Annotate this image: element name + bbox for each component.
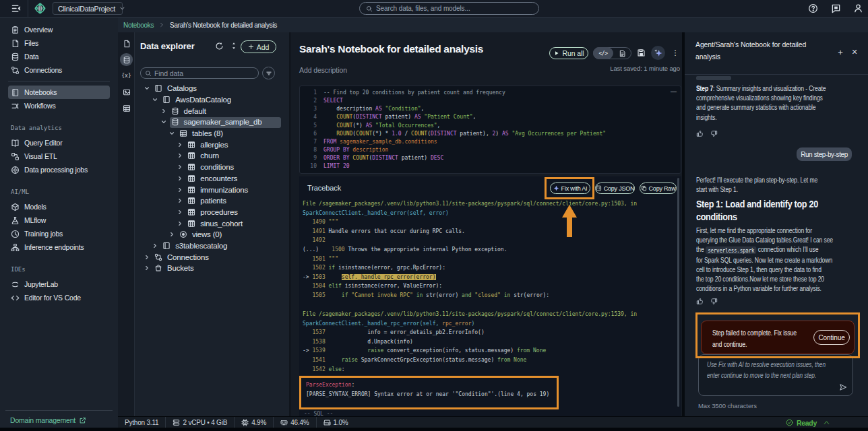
kernel-status[interactable]: Ready [786, 417, 830, 428]
sidebar-item-editor-for-vs-code[interactable]: Editor for VS Code [8, 291, 110, 304]
thumbs-up-icon[interactable] [696, 130, 704, 137]
tree-node-buckets[interactable]: Buckets [135, 263, 290, 274]
run-all-button[interactable]: Run all [549, 47, 588, 59]
tree-node-procedures[interactable]: procedures [135, 207, 290, 218]
strip-table-button[interactable] [120, 102, 133, 114]
chevron-down-icon[interactable] [169, 131, 175, 136]
sidebar-item-label: Models [24, 203, 46, 211]
tree-node-churn[interactable]: churn [135, 150, 290, 162]
tree-node-encounters[interactable]: encounters [135, 173, 290, 185]
sidebar-item-connections[interactable]: Connections [8, 63, 110, 77]
global-search-input[interactable]: Search data, files, and models... [359, 2, 539, 15]
chevron-right-icon[interactable] [177, 221, 183, 226]
project-selector[interactable]: ClinicalDataProject [53, 2, 123, 15]
sidebar-item-visual-etl[interactable]: Visual ETL [8, 150, 110, 163]
chevron-right-icon[interactable] [177, 142, 183, 147]
filter-button[interactable] [262, 67, 275, 79]
chevron-right-icon[interactable] [177, 198, 183, 203]
sidebar-item-mlflow[interactable]: MLflow [8, 213, 110, 227]
user-icon[interactable] [853, 3, 863, 13]
strip-file-page-button[interactable] [120, 37, 133, 50]
tree-node-sagemaker-sample-db[interactable]: sagemaker_sample_db [135, 117, 290, 128]
refresh-icon[interactable] [215, 42, 224, 51]
thumbs-down-icon[interactable] [710, 130, 718, 137]
tree-node-default[interactable]: default [135, 105, 290, 117]
copy-json-button[interactable]: Copy JSON [595, 183, 635, 194]
strip-braces-button[interactable]: {x} [120, 69, 133, 82]
thumbs-down-icon[interactable] [710, 298, 718, 305]
feedback-icon[interactable] [831, 3, 841, 13]
kebab-menu-icon[interactable]: ⋮ [671, 47, 679, 58]
sidebar-item-models[interactable]: Models [8, 200, 110, 213]
chevron-down-icon[interactable] [152, 97, 158, 102]
code-cell[interactable]: — 1-- Find top 20 conditions by patient … [299, 86, 681, 174]
status-segment[interactable]: 46.4% [274, 417, 315, 428]
chevron-right-icon[interactable] [177, 176, 183, 181]
panel-divider[interactable] [682, 32, 685, 416]
code-line: 3 description AS "Condition", [300, 106, 681, 114]
new-chat-icon[interactable]: + [836, 47, 845, 57]
strip-data-button[interactable] [120, 53, 133, 66]
copy-raw-button[interactable]: Copy Raw [640, 183, 677, 194]
sidebar-item-jupyterlab[interactable]: JupyterLab [8, 277, 110, 291]
tree-node-awsdatacatalog[interactable]: AwsDataCatalog [135, 94, 290, 106]
status-segment[interactable]: 4.9% [235, 417, 273, 428]
sidebar-item-data[interactable]: Data [8, 50, 110, 63]
code-view-toggle[interactable]: </> [593, 47, 613, 59]
sidebar-item-overview[interactable]: Overview [8, 23, 110, 36]
breadcrumb-notebooks-link[interactable]: Notebooks [123, 22, 154, 29]
main-scrollbar[interactable] [677, 178, 679, 407]
chevron-right-icon[interactable] [144, 255, 150, 260]
expand-collapse-icon[interactable] [230, 41, 238, 51]
tree-node-catalogs[interactable]: Catalogs [135, 83, 290, 94]
sidebar-item-files[interactable]: Files [8, 36, 110, 50]
chevron-right-icon[interactable] [177, 209, 183, 215]
save-icon[interactable] [637, 48, 646, 57]
tree-node-immunizations[interactable]: immunizations [135, 184, 290, 195]
chevron-right-icon[interactable] [177, 153, 183, 158]
sidebar-item-workflows[interactable]: Workflows [8, 99, 110, 112]
sidebar-item-data-processing-jobs[interactable]: Data processing jobs [8, 163, 110, 176]
doc-view-toggle[interactable] [613, 48, 631, 59]
chevron-right-icon[interactable] [169, 232, 175, 237]
tree-node-patients[interactable]: patients [135, 195, 290, 207]
chevron-right-icon[interactable] [177, 187, 183, 193]
chevron-right-icon[interactable] [161, 108, 166, 114]
tree-node-s3tablescatalog[interactable]: s3tablescatalog [135, 240, 290, 252]
inference-endpoints-icon [11, 243, 20, 252]
sidebar-item-notebooks[interactable]: Notebooks [8, 86, 110, 99]
table-icon [123, 104, 131, 112]
close-panel-icon[interactable]: ✕ [850, 47, 859, 57]
thumbs-up-icon[interactable] [696, 298, 704, 305]
status-segment[interactable]: Python 3.11 [118, 417, 165, 428]
status-segment[interactable]: 1.0% [317, 417, 355, 428]
add-button[interactable]: Add [241, 40, 276, 53]
tree-node-allergies[interactable]: allergies [135, 139, 290, 150]
sidebar-item-inference-endpoints[interactable]: Inference endpoints [8, 240, 110, 254]
chevron-right-icon[interactable] [177, 164, 183, 170]
chevron-down-icon[interactable] [144, 86, 150, 91]
chevron-down-icon[interactable] [161, 119, 166, 125]
ai-assistant-button[interactable] [651, 46, 665, 60]
menu-collapse-icon[interactable] [10, 3, 22, 13]
chevron-down-icon [119, 5, 125, 11]
tree-node-connections[interactable]: Connections [135, 251, 290, 263]
chevron-right-icon[interactable] [144, 265, 150, 271]
agent-input[interactable]: Use Fix with AI to resolve execution iss… [698, 354, 853, 396]
find-data-input[interactable]: Find data [140, 67, 259, 79]
run-step-by-step-button[interactable]: Run step-by-step [797, 147, 852, 161]
tree-node-tables-8-[interactable]: tables (8) [135, 128, 290, 139]
help-icon[interactable] [808, 3, 818, 13]
sidebar-item-query-editor[interactable]: Query Editor [8, 136, 110, 150]
sidebar-item-training-jobs[interactable]: Training jobs [8, 227, 110, 240]
send-icon[interactable] [839, 383, 847, 391]
strip-image-panel-button[interactable] [120, 86, 133, 98]
traceback-line: 1542 else: [303, 366, 637, 376]
tree-node-label: encounters [200, 174, 237, 183]
status-segment[interactable]: 2 vCPU • 4 GiB [166, 417, 234, 428]
tree-node-sinus-cohort[interactable]: sinus_cohort [135, 218, 290, 229]
tree-node-views-0-[interactable]: views (0) [135, 229, 290, 240]
domain-management-link[interactable]: Domain management [10, 416, 118, 424]
chevron-right-icon[interactable] [152, 243, 158, 248]
tree-node-conditions[interactable]: conditions [135, 162, 290, 173]
